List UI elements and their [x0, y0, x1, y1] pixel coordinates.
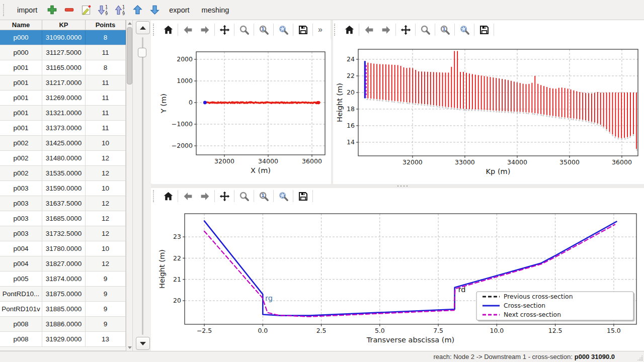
import-button[interactable]: import — [11, 3, 43, 17]
add-button[interactable] — [43, 2, 60, 18]
cross-section-chart[interactable]: −2.50.02.55.07.510.012.515.020212223Tran… — [152, 206, 644, 351]
cell-kp[interactable]: 31885.0000 — [42, 302, 86, 316]
toolbar-forward-button[interactable] — [196, 189, 213, 204]
sort-ascending-button[interactable]: 1 9 — [112, 2, 129, 18]
toolbar-zoom-selection-button[interactable] — [275, 22, 292, 37]
cell-kp[interactable]: 31780.0000 — [42, 241, 86, 256]
longitudinal-profile-chart[interactable]: 3200033000340003500036000141618202224Kp … — [333, 39, 644, 184]
previous-section-button[interactable] — [136, 21, 150, 34]
cell-points[interactable]: 12 — [86, 211, 126, 226]
cell-name[interactable]: p008 — [0, 332, 42, 346]
table-row[interactable]: p00231425.000010 — [0, 136, 126, 151]
column-header-name[interactable]: Name — [0, 20, 42, 30]
cell-name[interactable]: p003 — [0, 181, 42, 196]
table-row[interactable]: p00031127.500011 — [0, 45, 126, 60]
table-row[interactable]: p00831929.000013 — [0, 332, 126, 347]
scrollbar-down-button[interactable] — [126, 344, 133, 351]
table-row[interactable]: p00531874.00009 — [0, 272, 126, 287]
toolbar-forward-button[interactable] — [196, 22, 213, 37]
toolbar-zoom-button[interactable] — [235, 189, 253, 204]
toolbar-zoom-one-button[interactable]: 1 — [255, 22, 272, 37]
toolbar-save-button[interactable] — [294, 22, 311, 37]
section-slider-track[interactable] — [142, 37, 143, 335]
toolbar-pan-button[interactable] — [216, 22, 233, 37]
cell-points[interactable]: 12 — [86, 166, 126, 180]
cell-points[interactable]: 8 — [86, 60, 126, 75]
toolbar-overflow-button[interactable]: » — [318, 25, 323, 34]
cell-kp[interactable]: 31685.0000 — [42, 211, 86, 226]
table-row[interactable]: p00131269.000011 — [0, 90, 126, 106]
cell-name[interactable]: p002 — [0, 136, 42, 150]
cell-points[interactable]: 9 — [86, 272, 126, 286]
cell-kp[interactable]: 31874.0000 — [42, 272, 86, 286]
toolbar-grip[interactable] — [3, 4, 7, 16]
table-row[interactable]: p00331637.500012 — [0, 196, 126, 211]
export-button[interactable]: export — [163, 3, 195, 17]
cell-kp[interactable]: 31637.5000 — [42, 196, 86, 211]
toolbar-save-button[interactable] — [294, 189, 311, 204]
table-row[interactable]: p00131321.000011 — [0, 106, 126, 121]
toolbar-zoom-one-button[interactable]: 1 — [436, 22, 453, 37]
cell-kp[interactable]: 31127.5000 — [42, 45, 86, 60]
scrollbar-thumb[interactable] — [127, 27, 132, 84]
table-row[interactable]: p00131217.000011 — [0, 75, 126, 90]
cell-points[interactable]: 9 — [86, 302, 126, 316]
remove-button[interactable] — [60, 2, 77, 18]
cell-name[interactable]: p008 — [0, 317, 42, 331]
toolbar-home-button[interactable] — [341, 22, 358, 37]
cell-kp[interactable]: 31217.0000 — [42, 75, 86, 90]
cell-name[interactable]: p003 — [0, 211, 42, 226]
cell-name[interactable]: p000 — [0, 45, 42, 60]
toolbar-zoom-one-button[interactable]: 1 — [255, 189, 272, 204]
next-section-button[interactable] — [136, 337, 150, 350]
table-row[interactable]: p00131165.00008 — [0, 60, 126, 75]
cell-kp[interactable]: 31090.0000 — [42, 30, 86, 45]
cell-name[interactable]: p004 — [0, 256, 42, 271]
cell-name[interactable]: p003 — [0, 196, 42, 211]
cell-kp[interactable]: 31269.0000 — [42, 90, 86, 105]
table-row[interactable]: p00331685.000012 — [0, 211, 126, 226]
cell-points[interactable]: 11 — [86, 121, 126, 135]
table-row[interactable]: p00831886.00009 — [0, 317, 126, 332]
cell-name[interactable]: p001 — [0, 60, 42, 75]
table-row[interactable]: p00131373.000011 — [0, 121, 126, 136]
table-row[interactable]: p00431827.000012 — [0, 256, 126, 272]
move-down-button[interactable] — [146, 2, 163, 18]
cell-kp[interactable]: 31886.0000 — [42, 317, 86, 331]
table-row[interactable]: PontRD101v31885.00009 — [0, 302, 126, 317]
cell-kp[interactable]: 31425.0000 — [42, 136, 86, 150]
toolbar-pan-button[interactable] — [397, 22, 414, 37]
table-scrollbar[interactable] — [126, 20, 133, 351]
toolbar-zoom-button[interactable] — [235, 22, 253, 37]
column-header-kp[interactable]: KP — [42, 20, 86, 30]
cell-name[interactable]: PontRD101v — [0, 302, 42, 316]
toolbar-zoom-selection-button[interactable] — [456, 22, 473, 37]
cell-kp[interactable]: 31480.0000 — [42, 151, 86, 165]
cell-points[interactable]: 12 — [86, 226, 126, 241]
cell-name[interactable]: PontRD10... — [0, 287, 42, 301]
resize-grip[interactable] — [637, 355, 643, 361]
toolbar-grip[interactable] — [153, 24, 156, 36]
cell-points[interactable]: 10 — [86, 181, 126, 196]
sort-descending-button[interactable]: 1 9 — [95, 2, 112, 18]
cell-points[interactable]: 8 — [86, 30, 126, 45]
horizontal-splitter[interactable] — [151, 184, 644, 188]
cell-kp[interactable]: 31827.0000 — [42, 256, 86, 271]
cell-points[interactable]: 11 — [86, 45, 126, 60]
toolbar-grip[interactable] — [334, 24, 338, 36]
cell-name[interactable]: p001 — [0, 75, 42, 90]
section-slider-handle[interactable] — [138, 48, 146, 57]
table-row[interactable]: PontRD10...31875.00009 — [0, 287, 126, 302]
toolbar-back-button[interactable] — [360, 22, 377, 37]
cell-kp[interactable]: 31321.0000 — [42, 106, 86, 120]
cell-kp[interactable]: 31590.0000 — [42, 181, 86, 196]
cell-kp[interactable]: 31875.0000 — [42, 287, 86, 301]
cell-points[interactable]: 11 — [86, 90, 126, 105]
table-row[interactable]: p00231480.000012 — [0, 151, 126, 166]
plan-view-chart[interactable]: 320003400036000200010000−1000−2000X (m)Y… — [152, 39, 331, 184]
cell-name[interactable]: p000 — [0, 30, 42, 45]
cell-name[interactable]: p003 — [0, 226, 42, 241]
toolbar-home-button[interactable] — [159, 189, 177, 204]
table-row[interactable]: p00331590.000010 — [0, 181, 126, 196]
cell-name[interactable]: p001 — [0, 106, 42, 120]
